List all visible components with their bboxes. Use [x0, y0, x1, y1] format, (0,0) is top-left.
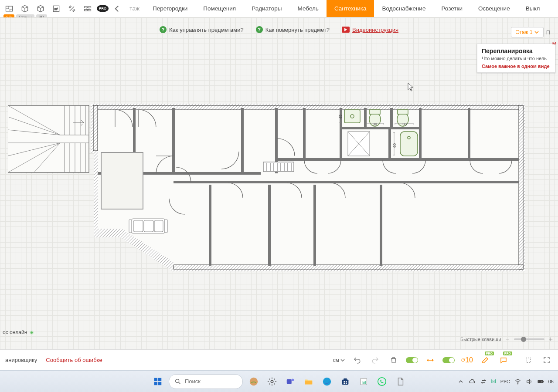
svg-rect-90	[344, 378, 347, 380]
tab-switches[interactable]: Выкл	[518, 0, 548, 17]
tray-chevron-up-icon[interactable]	[457, 378, 464, 385]
svg-rect-24	[93, 105, 98, 151]
svg-rect-47	[263, 162, 294, 172]
area-icon[interactable]: m²	[50, 2, 63, 15]
svg-rect-80	[154, 382, 157, 385]
tab-partitions[interactable]: Перегородки	[145, 0, 195, 17]
tray-app-icon[interactable]: IиI	[491, 379, 496, 384]
svg-rect-87	[305, 381, 313, 384]
zoom-controls: Быстрые клавиши − +	[460, 335, 554, 343]
start-button[interactable]	[150, 374, 165, 389]
svg-rect-79	[158, 378, 161, 381]
pro-badge[interactable]: PRO	[97, 5, 109, 12]
clock-cut[interactable]: 06	[548, 379, 554, 384]
floorplan-icon[interactable]	[3, 2, 16, 15]
tab-radiators[interactable]: Радиаторы	[244, 0, 289, 17]
geometry-icon[interactable]	[34, 2, 47, 15]
toggle-2[interactable]	[442, 354, 455, 366]
toggle-1[interactable]	[406, 354, 418, 366]
cube-icon[interactable]	[18, 2, 31, 15]
promo-cta: Самое важное в одном виде	[482, 64, 551, 69]
taskbar-teams-icon[interactable]	[283, 374, 298, 389]
redo-button[interactable]	[369, 354, 381, 366]
floor-selector: Этаж 1 П	[511, 27, 550, 37]
chevron-down-icon	[340, 358, 345, 362]
svg-rect-62	[400, 132, 418, 156]
undo-button[interactable]	[351, 354, 363, 366]
taskbar-whatsapp-icon[interactable]	[374, 374, 389, 389]
floorplan[interactable]: 45 38 38 60	[8, 104, 525, 273]
svg-rect-93	[344, 382, 345, 384]
help-rotate-object[interactable]: ? Как повернуть предмет?	[256, 26, 330, 33]
bottom-left-links: анировщику Сообщить об ошибке	[5, 357, 102, 363]
volume-icon[interactable]	[526, 378, 533, 385]
svg-rect-46	[101, 152, 143, 209]
zoom-slider[interactable]	[514, 338, 544, 340]
svg-rect-72	[133, 220, 143, 232]
taskbar-settings-icon[interactable]	[265, 374, 279, 389]
search-icon	[174, 378, 181, 385]
taskbar-store-icon[interactable]	[338, 374, 353, 389]
floor-dropdown[interactable]: Этаж 1	[511, 27, 544, 37]
search-input[interactable]	[185, 378, 233, 385]
selection-button[interactable]	[522, 354, 534, 366]
tray-cloud-icon[interactable]	[469, 378, 476, 385]
trash-button[interactable]	[388, 354, 400, 366]
dimensions-button[interactable]	[424, 354, 436, 366]
dim-b: 38	[373, 122, 377, 126]
report-error-link[interactable]: Сообщить об ошибке	[46, 357, 102, 363]
help-text: Как управлять предметами?	[169, 27, 244, 33]
category-tabs: Перегородки Помещения Радиаторы Мебель С…	[145, 0, 558, 17]
rotate-button[interactable]: 10	[461, 354, 473, 366]
battery-icon[interactable]	[537, 378, 544, 385]
svg-rect-91	[344, 381, 345, 382]
unit-selector[interactable]: см	[333, 357, 345, 363]
zoom-in-button[interactable]: +	[548, 335, 554, 343]
svg-rect-25	[519, 105, 523, 269]
svg-rect-23	[93, 105, 523, 110]
windows-taskbar: IиI IиI РУС 06	[0, 370, 558, 392]
tools-icon[interactable]	[65, 2, 78, 15]
svg-rect-75	[129, 220, 132, 233]
tab-cut-left[interactable]: таж	[125, 5, 142, 12]
taskbar-app-1[interactable]	[246, 374, 261, 389]
language-indicator[interactable]: РУС	[500, 379, 510, 384]
tab-water[interactable]: Водоснабжение	[374, 0, 433, 17]
edit-button[interactable]: PRO	[479, 354, 491, 366]
tray-transfer-icon[interactable]	[480, 378, 487, 385]
chat-button[interactable]: PRO	[497, 354, 510, 366]
promo-corner: ЗА	[552, 41, 557, 46]
tab-furniture[interactable]: Мебель	[290, 0, 327, 17]
unit-label: см	[333, 357, 339, 363]
planner-link[interactable]: анировщику	[5, 357, 37, 363]
help-manage-objects[interactable]: ? Как управлять предметами?	[160, 26, 244, 33]
zoom-out-button[interactable]: −	[504, 335, 510, 343]
help-video-link[interactable]: Видеоинструкция	[342, 27, 398, 33]
nav-prev-icon[interactable]	[111, 3, 122, 14]
bricks-icon[interactable]	[81, 2, 94, 15]
svg-point-98	[517, 383, 518, 384]
taskbar-center: IиI	[150, 374, 408, 389]
wifi-icon[interactable]	[514, 378, 521, 385]
tab-lighting[interactable]: Освещение	[470, 0, 518, 17]
tab-sockets[interactable]: Розетки	[433, 0, 470, 17]
tab-rooms[interactable]: Помещения	[195, 0, 244, 17]
tab-plumbing[interactable]: Сантехника	[327, 0, 374, 17]
help-text: Как повернуть предмет?	[265, 27, 330, 33]
fullscreen-button[interactable]	[541, 354, 553, 366]
taskbar-document-icon[interactable]	[393, 374, 408, 389]
status-text: ос онлайн	[3, 329, 27, 335]
svg-rect-81	[158, 382, 161, 385]
app-root: m² PRO таж Перегородки Помещения Радиато…	[0, 0, 558, 392]
taskbar-app-2[interactable]: IиI	[356, 374, 371, 389]
hotkeys-label[interactable]: Быстрые клавиши	[460, 337, 501, 342]
svg-rect-101	[538, 381, 541, 382]
floor-next-cut[interactable]: П	[546, 29, 550, 36]
promo-subtitle: Что можно делать и что нель	[482, 56, 551, 62]
promo-card[interactable]: ЗА Перепланировка Что можно делать и что…	[477, 44, 555, 73]
taskbar-search[interactable]	[169, 374, 243, 389]
svg-rect-89	[342, 379, 349, 385]
taskbar-edge-icon[interactable]	[320, 374, 334, 389]
taskbar-explorer-icon[interactable]	[301, 374, 316, 389]
promo-title: Перепланировка	[482, 47, 551, 54]
